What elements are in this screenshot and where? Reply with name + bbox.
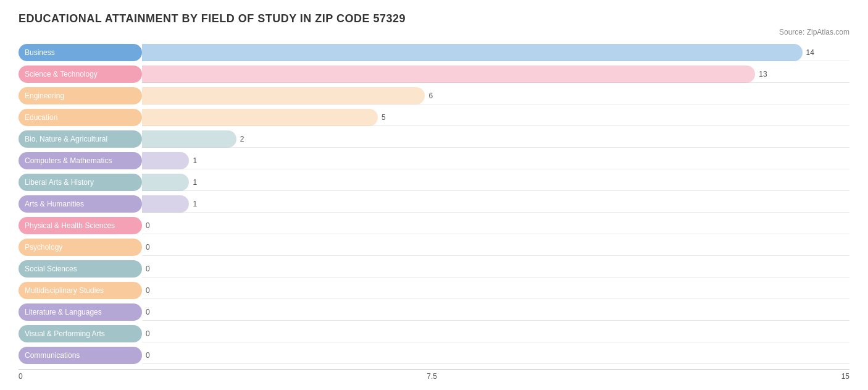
bar-fill: [142, 130, 236, 148]
bar-label: Literature & Languages: [19, 303, 142, 321]
bar-label: Engineering: [19, 87, 142, 104]
bar-row: Communications0: [19, 345, 849, 365]
bar-value: 0: [146, 286, 150, 295]
bar-track: 0: [142, 303, 849, 321]
bar-label: Education: [19, 109, 142, 126]
bar-fill: [142, 152, 189, 169]
bar-row: Bio, Nature & Agricultural2: [19, 129, 849, 149]
bar-row: Visual & Performing Arts0: [19, 324, 849, 344]
bar-track: 1: [142, 174, 849, 191]
bar-row: Multidisciplinary Studies0: [19, 281, 849, 300]
bar-track: 0: [142, 217, 849, 234]
chart-title: EDUCATIONAL ATTAINMENT BY FIELD OF STUDY…: [19, 12, 849, 25]
bar-label: Arts & Humanities: [19, 195, 142, 213]
bar-label: Computers & Mathematics: [19, 152, 142, 169]
bar-value: 5: [382, 113, 386, 122]
bar-row: Business14: [19, 43, 849, 62]
bar-row: Psychology0: [19, 237, 849, 257]
bar-label: Multidisciplinary Studies: [19, 282, 142, 299]
bar-fill: [142, 87, 425, 104]
bar-track: 2: [142, 130, 849, 148]
bar-row: Education5: [19, 108, 849, 127]
bar-value: 2: [240, 135, 244, 143]
bar-value: 14: [806, 48, 814, 57]
bar-label: Physical & Health Sciences: [19, 217, 142, 234]
bar-value: 1: [193, 156, 197, 165]
bar-label: Business: [19, 44, 142, 61]
bar-value: 1: [193, 200, 197, 208]
bar-track: 0: [142, 347, 849, 364]
bar-track: 0: [142, 325, 849, 342]
bar-value: 0: [146, 329, 150, 338]
bar-fill: [142, 174, 189, 191]
bar-value: 6: [428, 91, 433, 100]
bar-label: Communications: [19, 347, 142, 364]
bar-row: Engineering6: [19, 86, 849, 106]
bar-track: 5: [142, 109, 849, 126]
x-axis: 0 7.5 15: [19, 369, 849, 381]
bar-track: 0: [142, 239, 849, 256]
bar-value: 0: [146, 308, 150, 316]
bar-track: 0: [142, 260, 849, 278]
bar-label: Science & Technology: [19, 66, 142, 83]
bar-track: 1: [142, 152, 849, 169]
bar-label: Visual & Performing Arts: [19, 325, 142, 342]
bar-label: Psychology: [19, 239, 142, 256]
bar-value: 0: [146, 265, 150, 273]
bar-track: 13: [142, 66, 849, 83]
bar-track: 6: [142, 87, 849, 104]
x-label-15: 15: [841, 372, 849, 381]
bar-fill: [142, 195, 189, 213]
bar-row: Science & Technology13: [19, 64, 849, 84]
x-axis-labels: 0 7.5 15: [19, 370, 849, 381]
bar-value: 0: [146, 243, 150, 252]
chart-area: Business14Science & Technology13Engineer…: [19, 43, 849, 381]
x-label-75: 7.5: [427, 372, 437, 381]
bar-label: Liberal Arts & History: [19, 174, 142, 191]
page-container: EDUCATIONAL ATTAINMENT BY FIELD OF STUDY…: [19, 12, 849, 381]
bar-value: 13: [759, 70, 767, 78]
bar-row: Physical & Health Sciences0: [19, 216, 849, 235]
bar-value: 0: [146, 351, 150, 360]
bars-container: Business14Science & Technology13Engineer…: [19, 43, 849, 365]
bar-track: 14: [142, 44, 849, 61]
bar-fill: [142, 66, 755, 83]
bar-track: 0: [142, 282, 849, 299]
bar-label: Bio, Nature & Agricultural: [19, 130, 142, 148]
bar-row: Computers & Mathematics1: [19, 151, 849, 171]
x-label-0: 0: [19, 372, 23, 381]
bar-row: Arts & Humanities1: [19, 194, 849, 214]
source-label: Source: ZipAtlas.com: [19, 28, 849, 36]
bar-fill: [142, 109, 378, 126]
bar-row: Liberal Arts & History1: [19, 172, 849, 192]
bar-fill: [142, 44, 803, 61]
bar-row: Social Sciences0: [19, 259, 849, 279]
bar-value: 1: [193, 178, 197, 187]
bar-track: 1: [142, 195, 849, 213]
bar-label: Social Sciences: [19, 260, 142, 278]
bar-value: 0: [146, 221, 150, 230]
bar-row: Literature & Languages0: [19, 302, 849, 322]
